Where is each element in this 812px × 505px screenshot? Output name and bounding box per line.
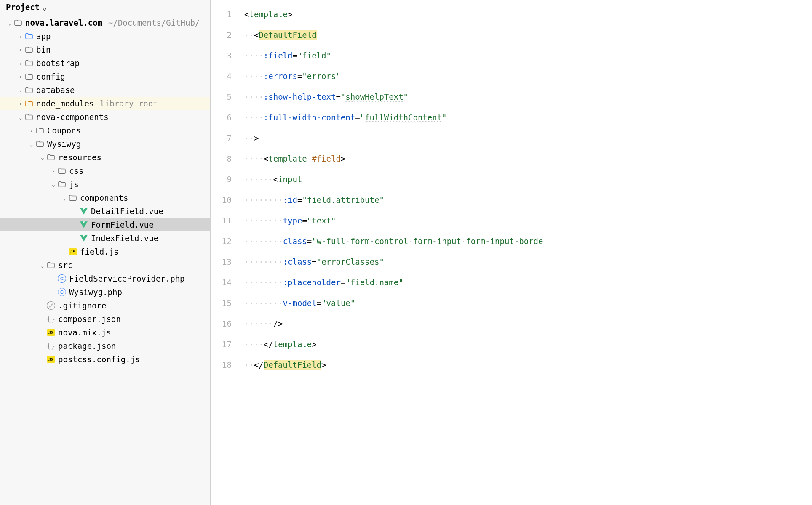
- tree-item-label: node_modules: [36, 99, 94, 108]
- code-line[interactable]: ········:placeholder="field.name": [239, 272, 812, 293]
- tree-item[interactable]: {}package.json: [0, 339, 210, 353]
- tree-item[interactable]: ⌄nova-components: [0, 110, 210, 124]
- code-line[interactable]: ······<input: [239, 169, 812, 190]
- code-line[interactable]: ····:show-help-text="showHelpText": [239, 87, 812, 107]
- tree-item[interactable]: ⌄Wysiwyg: [0, 137, 210, 151]
- tree-item[interactable]: ⌄resources: [0, 151, 210, 164]
- tree-item-label: app: [36, 32, 51, 41]
- folder-icon: [24, 46, 34, 53]
- line-number: 2: [211, 25, 239, 45]
- tree-item[interactable]: ›bin: [0, 43, 210, 56]
- tree-item-label: resources: [58, 153, 102, 162]
- chevron-down-icon: ⌄: [28, 141, 35, 147]
- tree-item[interactable]: {}composer.json: [0, 312, 210, 326]
- code-line[interactable]: ········:class="errorClasses": [239, 252, 812, 272]
- code-line[interactable]: ····</template>: [239, 334, 812, 355]
- line-number: 16: [211, 314, 239, 334]
- tree-item[interactable]: DetailField.vue: [0, 205, 210, 218]
- code-line[interactable]: ········class="w-full·form-control·form-…: [239, 231, 812, 252]
- svg-line-9: [49, 304, 53, 307]
- code-line[interactable]: ··>: [239, 128, 812, 149]
- folder-icon: [46, 154, 56, 161]
- line-number: 11: [211, 210, 239, 231]
- folder-icon: [13, 19, 23, 26]
- tree-item-label: .gitignore: [58, 301, 106, 310]
- folder-icon: [35, 141, 45, 147]
- line-number: 1: [211, 4, 239, 25]
- tree-item[interactable]: CWysiwyg.php: [0, 285, 210, 299]
- code-line[interactable]: ····:errors="errors": [239, 66, 812, 87]
- spacer: [39, 316, 46, 322]
- folder-icon: [24, 100, 34, 107]
- code-line[interactable]: ··<DefaultField: [239, 25, 812, 45]
- code-line[interactable]: ········type="text": [239, 210, 812, 231]
- sidebar-title[interactable]: Project ⌄: [0, 0, 210, 14]
- line-number: 7: [211, 128, 239, 149]
- tree-item[interactable]: ⌄src: [0, 258, 210, 272]
- tree-item[interactable]: IndexField.vue: [0, 231, 210, 245]
- tree-item[interactable]: JSfield.js: [0, 245, 210, 258]
- js-file-icon: JS: [68, 248, 77, 255]
- tree-item-label: postcss.config.js: [58, 355, 140, 364]
- folder-icon: [24, 114, 34, 120]
- code-line[interactable]: ····<template #field>: [239, 149, 812, 169]
- tree-item[interactable]: ›Coupons: [0, 124, 210, 137]
- code-line[interactable]: ········v-model="value": [239, 293, 812, 314]
- tree-item[interactable]: ›app: [0, 29, 210, 43]
- tree-item-label: css: [69, 166, 83, 175]
- tree-item-label: composer.json: [58, 314, 121, 324]
- tree-item[interactable]: ›css: [0, 164, 210, 178]
- code-line[interactable]: <template>: [239, 4, 812, 25]
- chevron-right-icon: ›: [17, 60, 24, 66]
- tree-item-label: components: [80, 193, 128, 202]
- chevron-right-icon: ›: [28, 128, 35, 134]
- code-line[interactable]: ····:field="field": [239, 45, 812, 66]
- js-file-icon: JS: [46, 329, 56, 336]
- tree-item-label: js: [69, 180, 79, 189]
- chevron-down-icon: ⌄: [6, 20, 13, 26]
- code-area[interactable]: <template>··<DefaultField····:field="fie…: [239, 0, 812, 505]
- tree-item[interactable]: ›config: [0, 70, 210, 83]
- line-number: 8: [211, 149, 239, 169]
- folder-icon: [24, 60, 34, 66]
- tree-item[interactable]: FormField.vue: [0, 218, 210, 231]
- tree-item[interactable]: JSnova.mix.js: [0, 326, 210, 339]
- line-number: 9: [211, 169, 239, 190]
- folder-icon: [46, 262, 56, 268]
- line-number: 5: [211, 87, 239, 107]
- line-number: 12: [211, 231, 239, 252]
- chevron-down-icon: ⌄: [50, 181, 57, 188]
- chevron-down-icon: ⌄: [17, 114, 24, 120]
- project-sidebar: Project ⌄ ⌄nova.laravel.com~/Documents/G…: [0, 0, 211, 505]
- tree-item-label: Wysiwyg: [47, 139, 81, 149]
- folder-icon: [24, 73, 34, 80]
- tree-item[interactable]: ›node_moduleslibrary root: [0, 97, 210, 110]
- line-number: 13: [211, 252, 239, 272]
- php-file-icon: C: [57, 274, 67, 283]
- tree-item[interactable]: CFieldServiceProvider.php: [0, 272, 210, 285]
- tree-item[interactable]: ⌄js: [0, 178, 210, 191]
- vue-file-icon: [79, 221, 88, 228]
- spacer: [72, 208, 79, 215]
- tree-item-label: Wysiwyg.php: [69, 287, 122, 297]
- tree-item[interactable]: JSpostcss.config.js: [0, 353, 210, 366]
- tree-item[interactable]: .gitignore: [0, 299, 210, 312]
- vue-file-icon: [79, 235, 88, 242]
- code-line[interactable]: ··</DefaultField>: [239, 355, 812, 375]
- project-root-path: ~/Documents/GitHub/: [108, 18, 200, 27]
- tree-item[interactable]: ›bootstrap: [0, 56, 210, 70]
- chevron-right-icon: ›: [50, 168, 57, 174]
- tree-item-label: DetailField.vue: [91, 207, 163, 216]
- tree-item-label: nova-components: [36, 112, 109, 122]
- code-line[interactable]: ······/>: [239, 314, 812, 334]
- code-line[interactable]: ········:id="field.attribute": [239, 190, 812, 210]
- tree-item[interactable]: ⌄components: [0, 191, 210, 205]
- spacer: [61, 249, 68, 255]
- vue-file-icon: [79, 208, 88, 215]
- sidebar-title-label: Project: [6, 3, 40, 12]
- code-line[interactable]: ····:full-width-content="fullWidthConten…: [239, 107, 812, 128]
- tree-item[interactable]: ›database: [0, 83, 210, 97]
- spacer: [50, 276, 57, 282]
- project-root[interactable]: ⌄nova.laravel.com~/Documents/GitHub/: [0, 16, 210, 29]
- code-editor: 123456789101112131415161718 <template>··…: [211, 0, 812, 505]
